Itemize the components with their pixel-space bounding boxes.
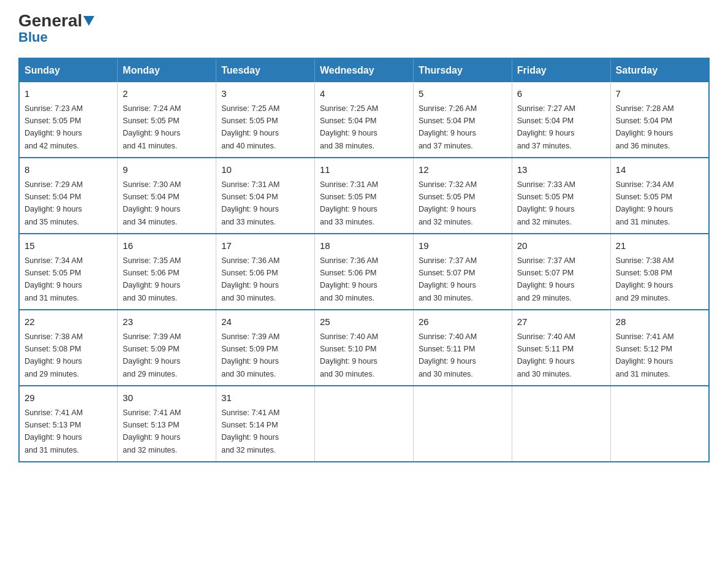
calendar-cell: 7 Sunrise: 7:28 AMSunset: 5:04 PMDayligh… bbox=[610, 82, 709, 158]
weekday-header-row: SundayMondayTuesdayWednesdayThursdayFrid… bbox=[19, 58, 709, 82]
week-row-3: 15 Sunrise: 7:34 AMSunset: 5:05 PMDaylig… bbox=[19, 234, 709, 310]
calendar-cell: 22 Sunrise: 7:38 AMSunset: 5:08 PMDaylig… bbox=[19, 310, 118, 386]
day-number: 6 bbox=[517, 87, 605, 101]
day-info: Sunrise: 7:24 AMSunset: 5:05 PMDaylight:… bbox=[123, 104, 181, 150]
calendar-cell: 10 Sunrise: 7:31 AMSunset: 5:04 PMDaylig… bbox=[216, 158, 315, 234]
day-number: 5 bbox=[419, 87, 507, 101]
day-number: 2 bbox=[123, 87, 211, 101]
day-info: Sunrise: 7:41 AMSunset: 5:13 PMDaylight:… bbox=[123, 408, 181, 454]
day-number: 8 bbox=[25, 163, 112, 177]
day-info: Sunrise: 7:28 AMSunset: 5:04 PMDaylight:… bbox=[616, 104, 674, 150]
day-number: 9 bbox=[123, 163, 211, 177]
day-info: Sunrise: 7:25 AMSunset: 5:05 PMDaylight:… bbox=[221, 104, 279, 150]
day-info: Sunrise: 7:41 AMSunset: 5:14 PMDaylight:… bbox=[221, 408, 279, 454]
day-info: Sunrise: 7:41 AMSunset: 5:12 PMDaylight:… bbox=[616, 332, 674, 378]
calendar-cell: 5 Sunrise: 7:26 AMSunset: 5:04 PMDayligh… bbox=[413, 82, 512, 158]
calendar-cell: 1 Sunrise: 7:23 AMSunset: 5:05 PMDayligh… bbox=[19, 82, 118, 158]
calendar-cell: 28 Sunrise: 7:41 AMSunset: 5:12 PMDaylig… bbox=[610, 310, 709, 386]
day-number: 16 bbox=[123, 239, 211, 253]
calendar-cell: 31 Sunrise: 7:41 AMSunset: 5:14 PMDaylig… bbox=[216, 386, 315, 462]
day-info: Sunrise: 7:25 AMSunset: 5:04 PMDaylight:… bbox=[320, 104, 378, 150]
day-info: Sunrise: 7:36 AMSunset: 5:06 PMDaylight:… bbox=[320, 256, 378, 302]
day-info: Sunrise: 7:40 AMSunset: 5:11 PMDaylight:… bbox=[419, 332, 477, 378]
day-info: Sunrise: 7:38 AMSunset: 5:08 PMDaylight:… bbox=[25, 332, 83, 378]
svg-marker-0 bbox=[83, 16, 94, 26]
day-number: 4 bbox=[320, 87, 408, 101]
calendar-cell: 12 Sunrise: 7:32 AMSunset: 5:05 PMDaylig… bbox=[413, 158, 512, 234]
day-number: 30 bbox=[123, 391, 211, 405]
calendar-cell: 26 Sunrise: 7:40 AMSunset: 5:11 PMDaylig… bbox=[413, 310, 512, 386]
calendar-cell: 16 Sunrise: 7:35 AMSunset: 5:06 PMDaylig… bbox=[118, 234, 216, 310]
calendar-cell: 9 Sunrise: 7:30 AMSunset: 5:04 PMDayligh… bbox=[118, 158, 216, 234]
day-number: 20 bbox=[517, 239, 605, 253]
calendar-cell: 8 Sunrise: 7:29 AMSunset: 5:04 PMDayligh… bbox=[19, 158, 118, 234]
day-info: Sunrise: 7:31 AMSunset: 5:04 PMDaylight:… bbox=[221, 180, 279, 226]
weekday-header-saturday: Saturday bbox=[610, 58, 709, 82]
week-row-1: 1 Sunrise: 7:23 AMSunset: 5:05 PMDayligh… bbox=[19, 82, 709, 158]
logo: General Blue bbox=[18, 12, 94, 45]
day-number: 21 bbox=[616, 239, 703, 253]
day-number: 3 bbox=[221, 87, 309, 101]
day-info: Sunrise: 7:31 AMSunset: 5:05 PMDaylight:… bbox=[320, 180, 378, 226]
day-info: Sunrise: 7:40 AMSunset: 5:11 PMDaylight:… bbox=[517, 332, 575, 378]
calendar-cell: 20 Sunrise: 7:37 AMSunset: 5:07 PMDaylig… bbox=[512, 234, 610, 310]
day-info: Sunrise: 7:34 AMSunset: 5:05 PMDaylight:… bbox=[616, 180, 674, 226]
day-info: Sunrise: 7:34 AMSunset: 5:05 PMDaylight:… bbox=[25, 256, 83, 302]
calendar-cell bbox=[413, 386, 512, 462]
calendar-cell: 4 Sunrise: 7:25 AMSunset: 5:04 PMDayligh… bbox=[315, 82, 414, 158]
day-number: 12 bbox=[419, 163, 507, 177]
weekday-header-monday: Monday bbox=[118, 58, 216, 82]
calendar-cell: 23 Sunrise: 7:39 AMSunset: 5:09 PMDaylig… bbox=[118, 310, 216, 386]
calendar-cell: 30 Sunrise: 7:41 AMSunset: 5:13 PMDaylig… bbox=[118, 386, 216, 462]
day-number: 7 bbox=[616, 87, 703, 101]
day-info: Sunrise: 7:32 AMSunset: 5:05 PMDaylight:… bbox=[419, 180, 477, 226]
calendar-cell bbox=[610, 386, 709, 462]
logo-arrow-icon bbox=[83, 16, 94, 27]
calendar-cell: 24 Sunrise: 7:39 AMSunset: 5:09 PMDaylig… bbox=[216, 310, 315, 386]
weekday-header-wednesday: Wednesday bbox=[315, 58, 414, 82]
day-info: Sunrise: 7:26 AMSunset: 5:04 PMDaylight:… bbox=[419, 104, 477, 150]
calendar-cell: 25 Sunrise: 7:40 AMSunset: 5:10 PMDaylig… bbox=[315, 310, 414, 386]
calendar-cell: 29 Sunrise: 7:41 AMSunset: 5:13 PMDaylig… bbox=[19, 386, 118, 462]
day-number: 26 bbox=[419, 315, 507, 329]
calendar-cell bbox=[315, 386, 414, 462]
calendar-cell: 11 Sunrise: 7:31 AMSunset: 5:05 PMDaylig… bbox=[315, 158, 414, 234]
calendar-cell: 17 Sunrise: 7:36 AMSunset: 5:06 PMDaylig… bbox=[216, 234, 315, 310]
day-number: 10 bbox=[221, 163, 309, 177]
week-row-5: 29 Sunrise: 7:41 AMSunset: 5:13 PMDaylig… bbox=[19, 386, 709, 462]
calendar-cell: 2 Sunrise: 7:24 AMSunset: 5:05 PMDayligh… bbox=[118, 82, 216, 158]
day-number: 18 bbox=[320, 239, 408, 253]
calendar-cell: 19 Sunrise: 7:37 AMSunset: 5:07 PMDaylig… bbox=[413, 234, 512, 310]
day-number: 31 bbox=[221, 391, 309, 405]
day-info: Sunrise: 7:39 AMSunset: 5:09 PMDaylight:… bbox=[123, 332, 181, 378]
weekday-header-thursday: Thursday bbox=[413, 58, 512, 82]
day-info: Sunrise: 7:30 AMSunset: 5:04 PMDaylight:… bbox=[123, 180, 181, 226]
day-info: Sunrise: 7:29 AMSunset: 5:04 PMDaylight:… bbox=[25, 180, 83, 226]
calendar-cell: 3 Sunrise: 7:25 AMSunset: 5:05 PMDayligh… bbox=[216, 82, 315, 158]
day-number: 29 bbox=[25, 391, 112, 405]
logo-general: General bbox=[18, 12, 82, 29]
day-info: Sunrise: 7:37 AMSunset: 5:07 PMDaylight:… bbox=[419, 256, 477, 302]
day-info: Sunrise: 7:41 AMSunset: 5:13 PMDaylight:… bbox=[25, 408, 83, 454]
calendar-cell: 14 Sunrise: 7:34 AMSunset: 5:05 PMDaylig… bbox=[610, 158, 709, 234]
day-number: 15 bbox=[25, 239, 112, 253]
week-row-4: 22 Sunrise: 7:38 AMSunset: 5:08 PMDaylig… bbox=[19, 310, 709, 386]
calendar-cell: 27 Sunrise: 7:40 AMSunset: 5:11 PMDaylig… bbox=[512, 310, 610, 386]
day-info: Sunrise: 7:23 AMSunset: 5:05 PMDaylight:… bbox=[25, 104, 83, 150]
day-info: Sunrise: 7:27 AMSunset: 5:04 PMDaylight:… bbox=[517, 104, 575, 150]
calendar-cell: 6 Sunrise: 7:27 AMSunset: 5:04 PMDayligh… bbox=[512, 82, 610, 158]
day-info: Sunrise: 7:35 AMSunset: 5:06 PMDaylight:… bbox=[123, 256, 181, 302]
weekday-header-friday: Friday bbox=[512, 58, 610, 82]
day-info: Sunrise: 7:39 AMSunset: 5:09 PMDaylight:… bbox=[221, 332, 279, 378]
day-info: Sunrise: 7:38 AMSunset: 5:08 PMDaylight:… bbox=[616, 256, 674, 302]
day-number: 13 bbox=[517, 163, 605, 177]
day-number: 11 bbox=[320, 163, 408, 177]
day-info: Sunrise: 7:37 AMSunset: 5:07 PMDaylight:… bbox=[517, 256, 575, 302]
day-number: 22 bbox=[25, 315, 112, 329]
calendar-table: SundayMondayTuesdayWednesdayThursdayFrid… bbox=[18, 58, 710, 462]
week-row-2: 8 Sunrise: 7:29 AMSunset: 5:04 PMDayligh… bbox=[19, 158, 709, 234]
day-info: Sunrise: 7:33 AMSunset: 5:05 PMDaylight:… bbox=[517, 180, 575, 226]
day-number: 14 bbox=[616, 163, 703, 177]
day-number: 19 bbox=[419, 239, 507, 253]
day-number: 1 bbox=[25, 87, 112, 101]
